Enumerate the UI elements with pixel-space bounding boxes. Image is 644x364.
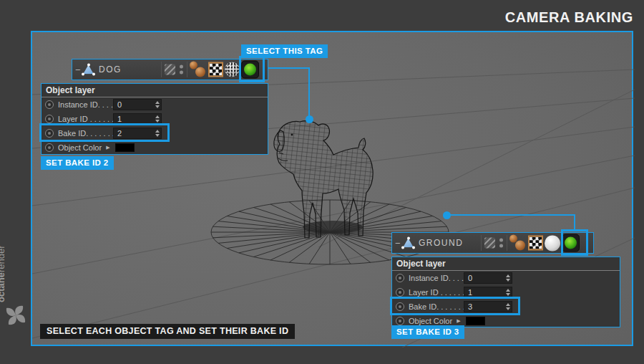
highlight-box-ground-bake-id: [390, 297, 520, 315]
connector-dot-dog: [306, 115, 313, 123]
connector-line-dog-h: [265, 67, 310, 69]
visibility-toggle-icon[interactable]: [484, 238, 495, 249]
material-tag-icon[interactable]: [509, 234, 527, 252]
visibility-toggle-icon[interactable]: [165, 64, 175, 75]
highlight-box-ground-tag: [561, 229, 588, 256]
divider: [507, 235, 507, 251]
connector-line-ground-h: [447, 214, 575, 216]
highlight-box-dog-tag: [239, 56, 265, 82]
panel-header: Object layer: [42, 85, 268, 97]
checker-texture-tag-icon[interactable]: [528, 236, 543, 251]
expand-arrow-icon[interactable]: ▶: [106, 145, 109, 150]
bottom-caption: SELECT EACH OBJECT TAG AND SET THEIR BAK…: [40, 324, 295, 339]
stepper-icon[interactable]: [155, 101, 160, 108]
octane-watermark: octanerender™: [0, 240, 7, 302]
noise-texture-tag-icon[interactable]: [225, 62, 240, 77]
callout-select-this-tag: SELECT THIS TAG: [241, 44, 328, 58]
attr-label: Object Color: [58, 143, 102, 152]
octane-logo-icon: [4, 304, 27, 327]
attr-label: Layer ID . . . . . .: [409, 288, 464, 297]
editor-render-dots-icon[interactable]: [180, 63, 183, 77]
attr-label: Instance ID. . . .: [409, 274, 464, 282]
panel-header: Object layer: [392, 259, 620, 271]
instance-id-field[interactable]: 0: [464, 272, 512, 284]
color-swatch[interactable]: [115, 143, 135, 152]
page-title: CAMERA BAKING: [505, 9, 633, 26]
attr-label: Instance ID. . . .: [58, 100, 113, 109]
callout-set-bake-id-2: SET BAKE ID 2: [41, 156, 114, 170]
anim-dot-icon[interactable]: [45, 143, 54, 152]
white-texture-tag-icon[interactable]: [545, 235, 560, 251]
object-name-dog: DOG: [99, 64, 122, 75]
anim-dot-icon[interactable]: [45, 115, 54, 123]
stepper-icon[interactable]: [506, 274, 510, 282]
camera-baking-tutorial-screen: CAMERA BAKING: [0, 0, 644, 364]
connector-line-dog-v: [308, 67, 310, 117]
attr-row-object-color: Object Color ▶: [42, 140, 268, 155]
anim-dot-icon[interactable]: [45, 100, 54, 109]
stepper-icon[interactable]: [506, 289, 510, 296]
instance-id-field[interactable]: 0: [113, 99, 162, 110]
polygon-object-icon: [402, 238, 414, 249]
dog-shadow: [303, 221, 363, 234]
connector-line-ground-v: [574, 214, 575, 230]
object-layer-panel-ground: Object layer Instance ID. . . . 0 Layer …: [391, 257, 620, 327]
attr-row-instance-id: Instance ID. . . . 0: [392, 271, 620, 285]
collapse-toggle-icon[interactable]: −: [75, 65, 81, 75]
stepper-icon[interactable]: [155, 115, 160, 123]
divider: [481, 235, 482, 251]
editor-render-dots-icon[interactable]: [499, 236, 503, 250]
collapse-toggle-icon[interactable]: −: [395, 239, 401, 248]
checker-texture-tag-icon[interactable]: [208, 62, 223, 77]
material-tag-icon[interactable]: [189, 61, 207, 78]
object-layer-panel-dog: Object layer Instance ID. . . . 0 Layer …: [41, 83, 268, 155]
object-name-ground: GROUND: [419, 238, 463, 248]
anim-dot-icon[interactable]: [396, 317, 404, 325]
attr-label: Layer ID . . . . . .: [58, 115, 114, 123]
polygon-object-icon: [82, 64, 94, 75]
divider: [187, 62, 187, 77]
expand-arrow-icon[interactable]: ▶: [457, 318, 460, 324]
attr-row-instance-id: Instance ID. . . . 0: [42, 97, 268, 112]
anim-dot-icon[interactable]: [396, 288, 404, 297]
callout-set-bake-id-3: SET BAKE ID 3: [391, 325, 464, 339]
anim-dot-icon[interactable]: [396, 274, 404, 282]
divider: [161, 62, 162, 77]
attr-label: Object Color: [409, 317, 452, 325]
highlight-box-dog-bake-id: [39, 123, 170, 142]
color-swatch[interactable]: [466, 317, 485, 325]
